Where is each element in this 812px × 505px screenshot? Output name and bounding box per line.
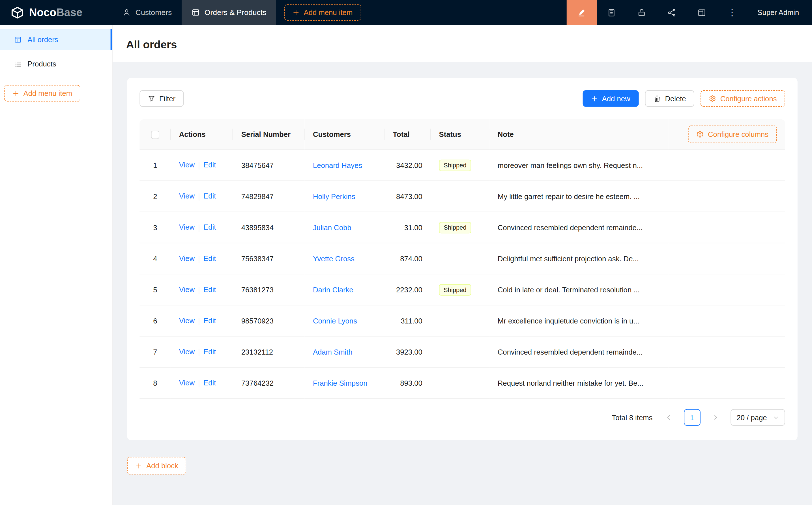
table-row: 4 ViewEdit 75638347 Yvette Gross 874.00 … xyxy=(139,243,785,274)
page-size-select[interactable]: 20 / page xyxy=(730,409,785,426)
table-row: 5 ViewEdit 76381273 Darin Clarke 2232.00… xyxy=(139,274,785,305)
gear-icon xyxy=(709,95,716,102)
column-header-actions: Actions xyxy=(171,119,233,150)
view-link[interactable]: View xyxy=(179,161,195,169)
lock-icon[interactable] xyxy=(627,0,657,25)
previous-page-button[interactable] xyxy=(660,409,677,426)
filter-icon xyxy=(148,95,155,102)
serial-number-cell: 75638347 xyxy=(233,243,304,274)
column-header-status: Status xyxy=(431,119,489,150)
filter-button[interactable]: Filter xyxy=(139,90,184,107)
column-header-note: Note xyxy=(489,119,668,150)
note-cell: Delightful met sufficient projection ask… xyxy=(489,243,668,274)
divider xyxy=(199,349,199,356)
customer-link[interactable]: Connie Lyons xyxy=(313,317,357,325)
filter-label: Filter xyxy=(159,95,175,103)
layout-icon[interactable] xyxy=(687,0,717,25)
plus-icon xyxy=(136,462,142,469)
table-header-row: Actions Serial Number Customers Total St… xyxy=(139,119,785,150)
add-new-button[interactable]: Add new xyxy=(583,90,639,107)
actions-cell: ViewEdit xyxy=(171,150,233,181)
customer-link[interactable]: Yvette Gross xyxy=(313,255,355,263)
more-icon[interactable]: ⋮ xyxy=(717,0,747,25)
sidebar-item-all-orders[interactable]: All orders xyxy=(0,29,112,50)
customer-cell: Frankie Simpson xyxy=(305,367,385,398)
customer-link[interactable]: Julian Cobb xyxy=(313,223,352,231)
note-cell: Convinced resembled dependent remainde..… xyxy=(489,336,668,367)
view-link[interactable]: View xyxy=(179,285,195,294)
customer-link[interactable]: Holly Perkins xyxy=(313,192,355,200)
sidebar-item-products[interactable]: Products xyxy=(0,53,112,74)
customer-link[interactable]: Adam Smith xyxy=(313,348,353,356)
total-cell: 3923.00 xyxy=(385,336,431,367)
plus-icon xyxy=(591,95,598,102)
row-index: 2 xyxy=(139,181,171,212)
view-link[interactable]: View xyxy=(179,254,195,263)
page-number-button[interactable]: 1 xyxy=(684,409,700,426)
nav-item-orders-products[interactable]: Orders & Products xyxy=(182,0,276,25)
divider xyxy=(199,380,199,387)
note-cell: Convinced resembled dependent remainde..… xyxy=(489,212,668,243)
actions-cell: ViewEdit xyxy=(171,243,233,274)
empty-cell xyxy=(668,367,785,398)
row-index: 5 xyxy=(139,274,171,305)
add-menu-item-button-side[interactable]: Add menu item xyxy=(4,85,81,102)
edit-link[interactable]: Edit xyxy=(204,254,216,263)
edit-link[interactable]: Edit xyxy=(204,285,216,294)
row-index: 4 xyxy=(139,243,171,274)
edit-link[interactable]: Edit xyxy=(204,223,216,231)
next-page-button[interactable] xyxy=(707,409,724,426)
edit-link[interactable]: Edit xyxy=(204,379,216,387)
ui-editor-icon[interactable] xyxy=(566,0,596,25)
edit-link[interactable]: Edit xyxy=(204,161,216,169)
empty-cell xyxy=(668,150,785,181)
edit-link[interactable]: Edit xyxy=(204,316,216,325)
divider xyxy=(199,318,199,325)
mobile-icon[interactable] xyxy=(597,0,627,25)
view-link[interactable]: View xyxy=(179,192,195,200)
delete-button[interactable]: Delete xyxy=(645,90,694,107)
user-menu[interactable]: Super Admin xyxy=(747,8,812,16)
nav-item-customers[interactable]: Customers xyxy=(113,0,182,25)
sidebar-item-label: Products xyxy=(27,60,56,68)
column-header-customers: Customers xyxy=(305,119,385,150)
trash-icon xyxy=(653,95,661,103)
note-cell: moreover man feelings own shy. Request n… xyxy=(489,150,668,181)
add-block-button[interactable]: Add block xyxy=(127,457,186,475)
table-row: 7 ViewEdit 23132112 Adam Smith 3923.00 C… xyxy=(139,336,785,367)
empty-cell xyxy=(668,243,785,274)
add-menu-item-button-top[interactable]: Add menu item xyxy=(285,4,361,21)
empty-cell xyxy=(668,305,785,336)
view-link[interactable]: View xyxy=(179,347,195,356)
row-index: 8 xyxy=(139,367,171,398)
configure-columns-button[interactable]: Configure columns xyxy=(688,126,777,143)
add-menu-item-label: Add menu item xyxy=(23,89,73,97)
top-menu: Customers Orders & Products xyxy=(113,0,276,25)
user-icon xyxy=(123,8,131,16)
table-icon xyxy=(191,8,200,16)
column-header-total: Total xyxy=(385,119,431,150)
total-cell: 893.00 xyxy=(385,367,431,398)
edit-link[interactable]: Edit xyxy=(204,192,216,200)
divider xyxy=(199,224,199,231)
total-cell: 31.00 xyxy=(385,212,431,243)
customer-link[interactable]: Leonard Hayes xyxy=(313,161,362,169)
total-cell: 2232.00 xyxy=(385,274,431,305)
row-index: 3 xyxy=(139,212,171,243)
customer-link[interactable]: Frankie Simpson xyxy=(313,379,368,387)
select-all-checkbox[interactable] xyxy=(151,131,159,139)
share-icon[interactable] xyxy=(657,0,687,25)
orders-table: Actions Serial Number Customers Total St… xyxy=(139,119,785,399)
orders-table-block: Filter Add new Delete xyxy=(127,78,798,440)
customer-link[interactable]: Darin Clarke xyxy=(313,286,354,294)
note-cell: Mr excellence inquietude conviction is i… xyxy=(489,305,668,336)
view-link[interactable]: View xyxy=(179,316,195,325)
view-link[interactable]: View xyxy=(179,223,195,231)
view-link[interactable]: View xyxy=(179,379,195,387)
plus-icon xyxy=(12,90,19,97)
actions-cell: ViewEdit xyxy=(171,274,233,305)
configure-actions-button[interactable]: Configure actions xyxy=(700,90,785,107)
table-toolbar: Filter Add new Delete xyxy=(139,90,785,107)
actions-cell: ViewEdit xyxy=(171,305,233,336)
edit-link[interactable]: Edit xyxy=(204,347,216,356)
